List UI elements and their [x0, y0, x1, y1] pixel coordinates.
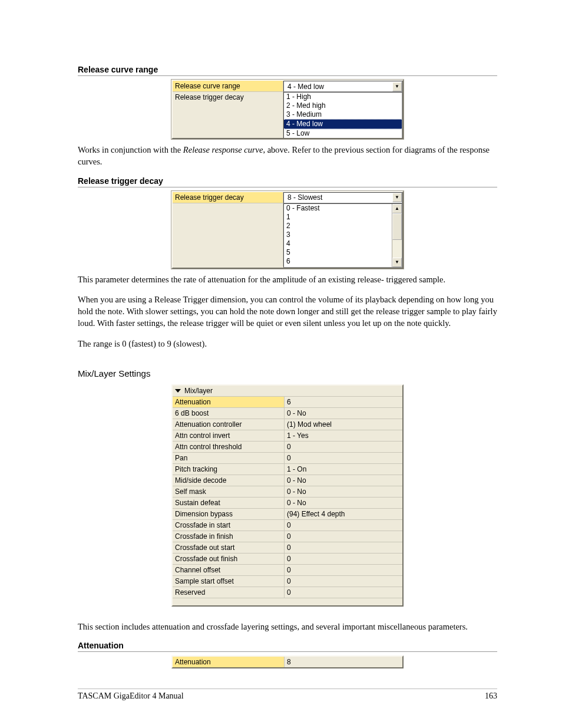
mix-layer-collapse-header[interactable]: Mix/layer — [173, 386, 402, 397]
table-row: Crossfade out finish0 — [173, 554, 402, 565]
param-value[interactable]: 0 — [285, 576, 402, 587]
option-0-fastest[interactable]: 0 - Fastest — [284, 204, 392, 213]
table-row: 6 dB boost0 - No — [173, 408, 402, 419]
footer-page-number: 163 — [485, 691, 497, 701]
option-1[interactable]: 1 — [284, 213, 392, 222]
option-3[interactable]: 3 — [284, 230, 392, 239]
table-row: Attn control invert1 - Yes — [173, 430, 402, 442]
scroll-thumb[interactable] — [392, 213, 402, 240]
dropdown-release-curve-range-list[interactable]: 1 - High 2 - Med high 3 - Medium 4 - Med… — [283, 92, 402, 138]
param-value[interactable]: 0 — [285, 542, 402, 554]
paragraph-release-curve-range: Works in conjunction with the Release re… — [78, 144, 497, 168]
mix-layer-header-label: Mix/layer — [184, 387, 213, 395]
dropdown-arrow-icon[interactable]: ▼ — [392, 82, 402, 91]
dropdown-release-curve-range[interactable]: 4 - Med low ▼ — [283, 81, 402, 92]
param-label: Pan — [173, 453, 285, 464]
dropdown-release-trigger-decay-value: 8 - Slowest — [284, 193, 392, 202]
param-label: Attn control threshold — [173, 442, 285, 453]
heading-attenuation: Attenuation — [78, 641, 497, 652]
param-value[interactable]: 0 — [285, 531, 402, 542]
param-label: Mid/side decode — [173, 475, 285, 486]
table-row: Sustain defeat0 - No — [173, 498, 402, 509]
scrollbar[interactable]: ▲ ▼ — [392, 204, 402, 267]
heading-release-trigger-decay: Release trigger decay — [78, 176, 497, 187]
dropdown-release-trigger-decay-list[interactable]: 0 - Fastest 1 2 3 4 5 6 ▲ ▼ — [283, 203, 402, 268]
param-label: Attenuation — [173, 397, 285, 408]
heading-mix-layer-settings: Mix/Layer Settings — [78, 368, 497, 378]
table-row: Channel offset0 — [173, 565, 402, 576]
param-label: Reserved — [173, 587, 285, 598]
param-release-trigger-decay-label: Release trigger decay — [173, 92, 283, 138]
param-label: Attn control invert — [173, 430, 285, 442]
option-5[interactable]: 5 — [284, 248, 392, 257]
param-label: Crossfade in finish — [173, 531, 285, 542]
param-value[interactable]: 0 — [285, 520, 402, 531]
param-value[interactable]: 0 - No — [285, 475, 402, 486]
table-row: Self mask0 - No — [173, 486, 402, 498]
table-row: Crossfade in start0 — [173, 520, 402, 531]
panel-mix-layer: Mix/layer Attenuation66 dB boost0 - NoAt… — [171, 384, 404, 607]
param-label: Crossfade in start — [173, 520, 285, 531]
table-row: Attenuation6 — [173, 397, 402, 408]
paragraph-trigger-decay-3: The range is 0 (fastest) to 9 (slowest). — [78, 338, 497, 350]
param-label: Crossfade out finish — [173, 554, 285, 565]
scroll-up-icon[interactable]: ▲ — [392, 204, 402, 213]
table-row: Crossfade out start0 — [173, 542, 402, 554]
table-row: Sample start offset0 — [173, 576, 402, 587]
dropdown-release-trigger-decay[interactable]: 8 - Slowest ▼ — [283, 192, 402, 203]
panel-release-trigger-decay: Release trigger decay 8 - Slowest ▼ 0 - … — [171, 191, 404, 269]
panel-attenuation: Attenuation 8 — [171, 655, 404, 668]
option-2-med-high[interactable]: 2 - Med high — [284, 101, 402, 110]
param-label: Pitch tracking — [173, 464, 285, 475]
param-label: Sustain defeat — [173, 498, 285, 509]
table-row: Pan0 — [173, 453, 402, 464]
footer-manual-title: TASCAM GigaEditor 4 Manual — [78, 691, 184, 701]
scroll-track[interactable] — [392, 213, 402, 258]
option-6[interactable]: 6 — [284, 257, 392, 266]
param-value[interactable]: 0 — [285, 442, 402, 453]
param-label: 6 dB boost — [173, 408, 285, 419]
scroll-down-icon[interactable]: ▼ — [392, 258, 402, 267]
param-value[interactable]: 1 - On — [285, 464, 402, 475]
param-attenuation-label: Attenuation — [173, 657, 285, 667]
param-value[interactable]: 0 — [285, 587, 402, 598]
table-row: Attn control threshold0 — [173, 442, 402, 453]
param-label: Self mask — [173, 486, 285, 498]
param-label: Attenuation controller — [173, 419, 285, 430]
param-attenuation-value[interactable]: 8 — [285, 657, 402, 667]
param-value[interactable]: 6 — [285, 397, 402, 408]
param-label: Crossfade out start — [173, 542, 285, 554]
param-release-curve-range-label: Release curve range — [173, 81, 283, 92]
option-4[interactable]: 4 — [284, 239, 392, 248]
param-value[interactable]: 0 - No — [285, 408, 402, 419]
option-5-low[interactable]: 5 - Low — [284, 129, 402, 138]
table-row: Pitch tracking1 - On — [173, 464, 402, 475]
dropdown-arrow-icon[interactable]: ▼ — [392, 193, 402, 202]
param-value[interactable]: (94) Effect 4 depth — [285, 509, 402, 520]
table-row: Crossfade in finish0 — [173, 531, 402, 542]
option-4-med-low[interactable]: 4 - Med low — [284, 119, 402, 129]
param-value[interactable]: (1) Mod wheel — [285, 419, 402, 430]
table-row: Mid/side decode0 - No — [173, 475, 402, 486]
panel-release-curve-range: Release curve range 4 - Med low ▼ Releas… — [171, 80, 404, 139]
param-label: Channel offset — [173, 565, 285, 576]
param-value[interactable]: 0 - No — [285, 486, 402, 498]
page-footer: TASCAM GigaEditor 4 Manual 163 — [78, 689, 497, 701]
empty-label — [173, 203, 283, 266]
paragraph-trigger-decay-1: This parameter determines the rate of at… — [78, 274, 497, 285]
param-value[interactable]: 0 — [285, 453, 402, 464]
param-value[interactable]: 0 — [285, 554, 402, 565]
param-release-trigger-decay-label-2: Release trigger decay — [173, 192, 283, 203]
param-value[interactable]: 1 - Yes — [285, 430, 402, 442]
param-value[interactable]: 0 — [285, 565, 402, 576]
paragraph-trigger-decay-2: When you are using a Release Trigger dim… — [78, 294, 497, 330]
option-2[interactable]: 2 — [284, 222, 392, 230]
paragraph-mix-layer: This section includes attenuation and cr… — [78, 621, 497, 633]
option-3-medium[interactable]: 3 - Medium — [284, 110, 402, 119]
param-label: Sample start offset — [173, 576, 285, 587]
param-value[interactable]: 0 - No — [285, 498, 402, 509]
option-1-high[interactable]: 1 - High — [284, 93, 402, 101]
triangle-down-icon — [175, 389, 181, 393]
heading-release-curve-range: Release curve range — [78, 65, 497, 76]
param-label: Dimension bypass — [173, 509, 285, 520]
